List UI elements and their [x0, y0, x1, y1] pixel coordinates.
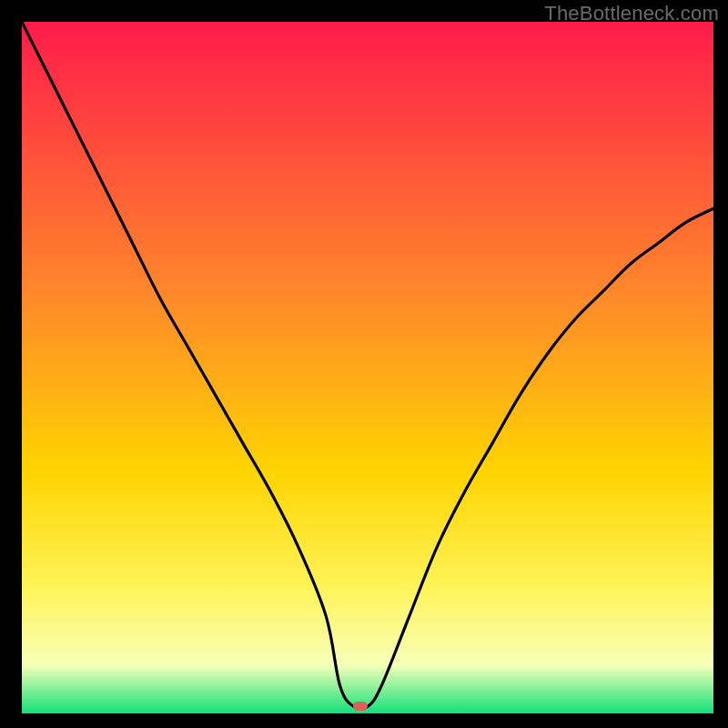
chart-stage: TheBottleneck.com [0, 0, 728, 728]
plot-area [22, 22, 713, 713]
optimal-point-marker [353, 702, 368, 711]
bottleneck-curve [22, 22, 713, 713]
